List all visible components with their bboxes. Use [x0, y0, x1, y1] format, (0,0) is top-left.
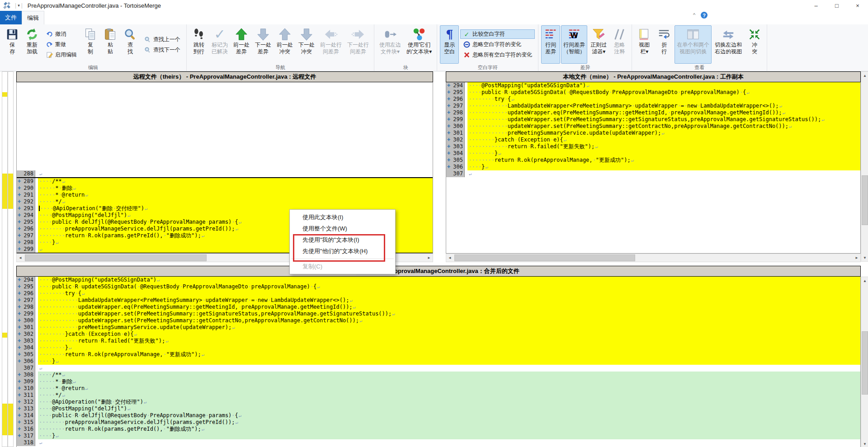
- find-next-button[interactable]: 查找下一个: [141, 45, 183, 55]
- code-line[interactable]: ········}catch·(Exception·e){↵: [467, 136, 860, 143]
- code-line[interactable]: ········try·{↵: [467, 96, 860, 103]
- code-line[interactable]: ············return·R.failed("更新失败");↵: [38, 338, 860, 344]
- code-line[interactable]: ····@ApiOperation("删除·交付经理")↵: [38, 399, 860, 405]
- code-line[interactable]: ····/**↵: [38, 372, 860, 378]
- next-diff-button[interactable]: 下一处 差异: [253, 25, 274, 64]
- code-line[interactable]: ····@PostMapping("delJfjl")↵: [38, 405, 860, 412]
- code-line[interactable]: ↵: [38, 170, 433, 177]
- scrollbar-thumb[interactable]: [862, 175, 868, 225]
- prev-conflict-button[interactable]: 前一处 冲突: [274, 25, 295, 64]
- scroll-down-icon[interactable]: ▼: [861, 254, 868, 261]
- ignore-all-ws-button[interactable]: 忽略所有空白字符的变化: [460, 50, 535, 60]
- scrollbar-track[interactable]: [861, 284, 868, 440]
- code-line[interactable]: ····@PostMapping("update5GSignData")↵: [38, 277, 860, 283]
- code-line[interactable]: ········return·R.ok(preApprovalManage,·"…: [467, 157, 860, 164]
- top-vscrollbar[interactable]: ▲ ▼: [861, 71, 868, 262]
- find-prev-button[interactable]: 查找上一个: [141, 35, 183, 44]
- code-line[interactable]: ········return·R.ok(params.getPreId(),·"…: [38, 426, 860, 433]
- find-button[interactable]: 查 找: [121, 25, 140, 64]
- locator-bar-left[interactable]: [2, 71, 8, 447]
- code-line[interactable]: ············updateWrapper.set(PreMeeting…: [38, 317, 860, 324]
- prev-diff-button[interactable]: 前一处 差异: [231, 25, 252, 64]
- code-line[interactable]: ············LambdaUpdateWrapper<PreMeeti…: [467, 103, 860, 109]
- code-line[interactable]: ············updateWrapper.eq(PreMeetingS…: [467, 109, 860, 116]
- menu-item-use-mine-first[interactable]: 先使用"我的"文本块(I): [290, 234, 395, 245]
- redo-button[interactable]: 重做: [43, 40, 80, 49]
- code-line[interactable]: ····public·R·update5GSignData(·@RequestB…: [38, 283, 860, 290]
- code-line[interactable]: ············return·R.failed("更新失败");↵: [467, 143, 860, 150]
- code-line[interactable]: ········return·R.ok(preApprovalManage,·"…: [38, 351, 860, 358]
- paste-button[interactable]: 粘 贴: [101, 25, 120, 64]
- help-icon[interactable]: ?: [701, 12, 708, 19]
- scroll-down-icon[interactable]: ▼: [861, 440, 868, 447]
- scrollbar-thumb[interactable]: [25, 254, 207, 261]
- code-line[interactable]: ····}↵: [38, 433, 860, 439]
- code-line[interactable]: ········try·{↵: [38, 290, 860, 297]
- code-line[interactable]: ↵: [38, 439, 860, 446]
- scrollbar-track[interactable]: [453, 254, 853, 262]
- code-line[interactable]: ·····*·删除↵: [38, 185, 433, 192]
- code-line[interactable]: ····}↵: [467, 164, 860, 170]
- code-line[interactable]: ····public·R·update5GSignData(·@RequestB…: [467, 89, 860, 96]
- minimize-button[interactable]: –: [806, 0, 826, 11]
- ribbon-collapse-icon[interactable]: ^: [693, 12, 695, 18]
- regex-filter-button[interactable]: 正则过 滤器▾: [588, 25, 609, 64]
- inline-diff-button[interactable]: 行间 差异: [541, 25, 560, 64]
- scroll-right-icon[interactable]: ►: [853, 254, 860, 262]
- maximize-button[interactable]: □: [826, 0, 847, 11]
- conflict-mode-button[interactable]: 冲 突: [745, 25, 764, 64]
- code-line[interactable]: ············preMeetingSummaryService.upd…: [38, 324, 860, 331]
- close-button[interactable]: ×: [847, 0, 868, 11]
- scrollbar-track[interactable]: [861, 79, 868, 254]
- code-line[interactable]: ·····*·@return↵: [38, 385, 860, 392]
- tab-edit[interactable]: 编辑: [22, 11, 44, 25]
- code-line[interactable]: ····@PostMapping("update5GSignData")↵: [467, 82, 860, 89]
- scrollbar-thumb[interactable]: [454, 254, 635, 261]
- code-line[interactable]: ····}↵: [38, 358, 860, 365]
- scroll-up-icon[interactable]: ▲: [861, 72, 868, 79]
- scroll-up-icon[interactable]: ▲: [861, 277, 868, 284]
- code-line[interactable]: ············updateWrapper.set(PreMeeting…: [467, 116, 860, 123]
- code-line[interactable]: ············updateWrapper.set(PreMeeting…: [38, 311, 860, 317]
- menu-item-use-this-block[interactable]: 使用此文本块(I): [290, 212, 395, 223]
- code-line[interactable]: ············updateWrapper.set(PreMeeting…: [467, 123, 860, 130]
- mine-hscrollbar[interactable]: ◄ ►: [446, 254, 861, 262]
- code-line[interactable]: ····/**↵: [38, 178, 433, 185]
- bottom-vscrollbar[interactable]: ▲ ▼: [861, 277, 868, 447]
- code-line[interactable]: ·····*/↵: [38, 392, 860, 399]
- locator-bar-right[interactable]: [8, 71, 14, 447]
- ignore-ws-changes-button[interactable]: 忽略空白字符的变化: [460, 40, 535, 49]
- code-line[interactable]: ·····*·删除↵: [38, 378, 860, 385]
- code-line[interactable]: ············preMeetingSummaryService.upd…: [467, 130, 860, 136]
- code-line[interactable]: ············LambdaUpdateWrapper<PreMeeti…: [38, 297, 860, 304]
- code-line[interactable]: ············updateWrapper.eq(PreMeetingS…: [38, 304, 860, 311]
- undo-button[interactable]: 撤消: [43, 29, 80, 39]
- scroll-left-icon[interactable]: ◄: [446, 254, 453, 262]
- menu-item-use-whole-file[interactable]: 使用整个文件(W): [290, 223, 395, 234]
- code-line[interactable]: ········}↵: [38, 344, 860, 351]
- show-whitespace-button[interactable]: ¶显示 空白: [440, 25, 459, 64]
- save-button[interactable]: 保 存: [3, 25, 22, 64]
- code-line[interactable]: ····public·R·delJfjl(@RequestBody·PreApp…: [38, 412, 860, 419]
- scroll-left-icon[interactable]: ◄: [17, 254, 24, 262]
- compare-whitespace-button[interactable]: ✓比较空白字符: [460, 29, 535, 39]
- code-line[interactable]: ↵: [467, 170, 860, 177]
- quick-access-dropdown-icon[interactable]: ▾: [18, 3, 20, 8]
- scroll-right-icon[interactable]: ►: [425, 254, 433, 262]
- wrap-lines-button[interactable]: 折 行: [655, 25, 674, 64]
- code-line[interactable]: ········}catch·(Exception·e){↵: [38, 331, 860, 338]
- scrollbar-thumb[interactable]: [862, 331, 868, 395]
- code-line[interactable]: ········}↵: [467, 150, 860, 157]
- goto-line-button[interactable]: 跳转 到行: [189, 25, 208, 64]
- next-conflict-button[interactable]: 下一处 冲突: [296, 25, 317, 64]
- inline-diff-word-button[interactable]: W行间差异 （智能）: [561, 25, 587, 64]
- code-line[interactable]: ·····*/↵: [38, 198, 433, 205]
- code-line[interactable]: ·····*·@return↵: [38, 192, 433, 198]
- tab-file[interactable]: 文件: [0, 11, 22, 24]
- enable-edit-button[interactable]: 启用编辑: [43, 50, 80, 60]
- view-bars-button[interactable]: 视图 栏▾: [635, 25, 654, 64]
- copy-button[interactable]: 复 制: [81, 25, 100, 64]
- code-line[interactable]: ········preApprovalManageService.delJfjl…: [38, 419, 860, 426]
- code-line[interactable]: ↵: [38, 365, 860, 372]
- swap-views-button[interactable]: 切换左边和 右边的视图: [712, 25, 744, 64]
